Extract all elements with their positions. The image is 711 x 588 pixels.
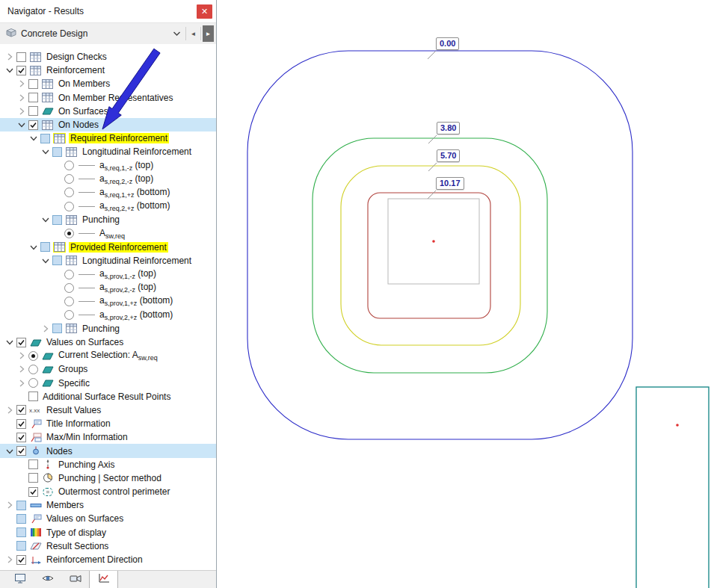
tree-item-label[interactable]: Result Sections (45, 541, 110, 551)
checkbox[interactable] (28, 79, 38, 89)
checkbox[interactable] (28, 120, 38, 130)
tree-row[interactable]: Result Sections (0, 539, 216, 553)
tree-row[interactable]: as,prov,1,-z (top) (0, 267, 216, 281)
tree-item-label[interactable]: Current Selection: Asw,req (57, 350, 159, 362)
checkbox[interactable] (28, 106, 38, 116)
expand-icon[interactable] (4, 52, 14, 62)
checkbox[interactable] (40, 242, 50, 252)
tree-row[interactable]: Specific (0, 377, 216, 390)
collapse-icon[interactable] (4, 338, 14, 347)
tree-row[interactable]: Max/Min Information (0, 430, 216, 444)
radio-button[interactable] (64, 229, 74, 238)
checkbox[interactable] (52, 215, 62, 225)
expand-icon[interactable] (16, 365, 26, 374)
collapse-icon[interactable] (40, 256, 50, 265)
tree-item-label[interactable]: Longitudinal Reinforcement (81, 256, 193, 266)
checkbox[interactable] (16, 541, 26, 551)
checkbox[interactable] (16, 419, 26, 429)
tree-row[interactable]: Type of display (0, 526, 216, 539)
tree-item-label[interactable]: Type of display (45, 527, 108, 538)
tree-row[interactable]: Title Information (0, 417, 216, 430)
expand-icon[interactable] (16, 378, 26, 388)
tree-item-label[interactable]: as,prov,2,+z (bottom) (98, 309, 174, 321)
checkbox[interactable] (16, 555, 26, 565)
tree-item-label[interactable]: Punching (81, 214, 121, 225)
tree-row[interactable]: Additional Surface Result Points (0, 390, 216, 403)
collapse-icon[interactable] (28, 134, 38, 143)
tree-row[interactable]: Values on Surfaces (0, 335, 216, 349)
expand-icon[interactable] (16, 106, 26, 116)
checkbox[interactable] (16, 66, 26, 75)
radio-button[interactable] (64, 297, 74, 306)
tree-row[interactable]: as,prov,2,-z (top) (0, 281, 216, 294)
tree-item-label[interactable]: Punching Axis (57, 459, 116, 470)
tree-item-label[interactable]: Required Reinforcement (69, 133, 169, 143)
checkbox[interactable] (28, 487, 38, 497)
tree-item-label[interactable]: On Surfaces (57, 106, 110, 117)
tree-row[interactable]: as,prov,2,+z (bottom) (0, 309, 216, 322)
radio-button[interactable] (28, 365, 38, 374)
tree-row[interactable]: On Nodes (0, 118, 216, 131)
collapse-icon[interactable] (40, 147, 50, 157)
radio-button[interactable] (64, 161, 74, 170)
tree-row[interactable]: as,prov,1,+z (bottom) (0, 294, 216, 308)
checkbox[interactable] (40, 134, 50, 143)
checkbox[interactable] (52, 256, 62, 265)
tree-row[interactable]: On Member Representatives (0, 91, 216, 105)
radio-button[interactable] (64, 202, 74, 211)
checkbox[interactable] (52, 324, 62, 333)
tree-item-label[interactable]: Outermost control perimeter (57, 486, 171, 497)
tree-item-label[interactable]: Provided Reinforcement (69, 242, 168, 253)
tree-item-label[interactable]: as,req,1,-z (top) (98, 160, 155, 172)
tree-item-label[interactable]: Additional Surface Result Points (41, 392, 172, 402)
radio-button[interactable] (64, 310, 74, 320)
tree-item-label[interactable]: as,prov,1,-z (top) (98, 268, 158, 280)
tree-row[interactable]: Reinforcement (0, 64, 216, 77)
checkbox[interactable] (16, 501, 26, 510)
tree-row[interactable]: Nodes (0, 444, 216, 457)
tree-item-label[interactable]: Design Checks (45, 52, 108, 62)
tree-item-label[interactable]: Punching (81, 324, 121, 334)
tree-row[interactable]: as,req,2,-z (top) (0, 173, 216, 186)
tree-row[interactable]: Current Selection: Asw,req (0, 349, 216, 362)
tree-item-label[interactable]: as,req,1,+z (bottom) (98, 187, 171, 199)
tree-item-label[interactable]: Nodes (45, 446, 74, 457)
results-type-dropdown[interactable]: Concrete Design (2, 25, 184, 42)
expand-icon[interactable] (40, 324, 50, 333)
expand-icon[interactable] (4, 501, 14, 510)
tree-item-label[interactable]: Values on Surfaces (45, 337, 125, 347)
radio-button[interactable] (64, 270, 74, 279)
checkbox[interactable] (16, 338, 26, 347)
tree-row[interactable]: On Members (0, 77, 216, 90)
tree-item-label[interactable]: as,prov,1,+z (bottom) (98, 295, 174, 307)
tree-item-label[interactable]: as,req,2,+z (bottom) (98, 200, 171, 212)
footer-tab-eye[interactable] (34, 571, 61, 588)
radio-button[interactable] (28, 351, 38, 361)
tree-row[interactable]: as,req,1,+z (bottom) (0, 186, 216, 199)
tree-row[interactable]: Longitudinal Reinforcement (0, 254, 216, 267)
tree-row[interactable]: Asw,req (0, 226, 216, 240)
model-canvas[interactable]: 0.00 3.80 5.70 10.17 (218, 0, 711, 588)
checkbox[interactable] (28, 392, 38, 401)
tree-item-label[interactable]: Values on Surfaces (45, 513, 125, 524)
radio-button[interactable] (64, 283, 74, 293)
tree-row[interactable]: as,req,2,+z (bottom) (0, 199, 216, 213)
expand-icon[interactable] (4, 555, 14, 565)
collapse-icon[interactable] (16, 120, 26, 130)
checkbox[interactable] (52, 147, 62, 157)
tree-row[interactable]: Members (0, 498, 216, 512)
tree-row[interactable]: as,req,1,-z (top) (0, 159, 216, 173)
tree-item-label[interactable]: On Member Representatives (57, 93, 174, 103)
tree-row[interactable]: On Surfaces (0, 105, 216, 118)
tree-item-label[interactable]: Specific (57, 378, 91, 389)
footer-tab-results[interactable] (89, 571, 118, 588)
tree-item-label[interactable]: Punching | Sector method (57, 473, 163, 483)
tree-row[interactable]: x.xxResult Values (0, 403, 216, 417)
expand-icon[interactable] (16, 93, 26, 102)
expand-icon[interactable] (16, 351, 26, 361)
tree-row[interactable]: Groups (0, 362, 216, 376)
checkbox[interactable] (16, 527, 26, 537)
tree-item-label[interactable]: Reinforcement (45, 65, 106, 75)
tree-item-label[interactable]: Longitudinal Reinforcement (81, 146, 193, 157)
collapse-icon[interactable] (4, 446, 14, 456)
